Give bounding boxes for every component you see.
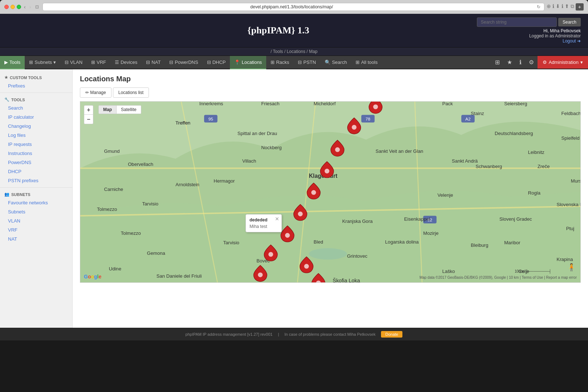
svg-text:Gmund: Gmund [104,148,120,154]
sidebar-item-powerdns[interactable]: PowerDNS [0,158,72,167]
breadcrumb-tools[interactable]: Tools [273,49,283,54]
minimize-light[interactable] [11,5,15,9]
sidebar: ★ CUSTOM TOOLS Prefixes 🔧 TOOLS Search I… [0,69,73,328]
nav-item-dhcp[interactable]: ⊟ DHCP [203,56,230,69]
sidebar-item-vrf[interactable]: VRF [0,225,72,234]
svg-text:Velenje: Velenje [438,192,453,198]
browser-icon-1[interactable]: ⊕ [547,3,551,11]
sidebar-item-favnets[interactable]: Favourite networks [0,198,72,207]
search-button[interactable]: Search [558,18,581,26]
svg-text:Tolmezzo: Tolmezzo [121,230,141,236]
refresh-icon[interactable]: ↻ [537,4,540,9]
new-tab-btn[interactable]: + [576,3,584,11]
map-tooltip: ✕ dededed Miha test [246,214,282,232]
nav-bar: ▶ Tools ⊞ Subnets ▾ ⊟ VLAN ⊞ VRF ☰ Devic… [0,56,588,69]
browser-icon-2[interactable]: ℹ [552,3,554,11]
locations-list-btn[interactable]: Locations list [113,87,149,98]
nav-item-locations[interactable]: 📍 Locations [230,56,266,69]
map-svg: 95 78 A2 82 Obervellach Klagenfurt Tolme… [80,102,580,282]
nav-item-devices[interactable]: ☰ Devices [110,56,142,69]
sidebar-item-ipcalc[interactable]: IP calculator [0,113,72,122]
map-tooltip-close-btn[interactable]: ✕ [275,216,279,222]
vrf-icon: ⊞ [91,60,95,65]
nav-dhcp-label: DHCP [212,60,226,65]
maximize-light[interactable] [17,5,21,9]
sidebar-item-vlan[interactable]: VLAN [0,216,72,225]
settings-btn[interactable]: ⚙ [525,56,538,69]
map-type-satellite-btn[interactable]: Satellite [116,106,141,114]
terms-of-use-link[interactable]: Terms of Use [522,275,543,279]
admin-label: Administration [549,60,579,65]
pegman-icon[interactable]: 🧍 [567,263,576,271]
pstn-icon: ⊟ [298,60,302,65]
star-btn[interactable]: ★ [503,56,516,69]
nav-forward-btn[interactable]: › [29,4,32,10]
sidebar-item-dhcp[interactable]: DHCP [0,167,72,176]
sidebar-item-instructions[interactable]: Instructions [0,149,72,158]
zoom-out-btn[interactable]: − [84,115,93,124]
close-light[interactable] [4,5,9,9]
svg-text:Sankt Andrä: Sankt Andrä [452,158,478,164]
report-problem-link[interactable]: Report a map error [546,275,577,279]
sidebar-item-search[interactable]: Search [0,103,72,113]
header-search: Search [477,17,581,27]
svg-text:Gemona: Gemona [147,250,166,256]
svg-text:Tolmezzo: Tolmezzo [97,207,117,212]
donate-btn[interactable]: Donate [381,331,402,338]
app-container: {phpIPAM} 1.3 Search Hi, Miha Petkovsek … [0,14,588,340]
nav-pstn-label: PSTN [303,60,316,65]
star-sidebar-icon: ★ [4,75,8,80]
nav-item-racks[interactable]: ⊞ Racks [266,56,293,69]
breadcrumb-map: Map [309,49,317,54]
sidebar-item-nat[interactable]: NAT [0,234,72,244]
sidebar-item-changelog[interactable]: Changelog [0,122,72,131]
nav-item-vlan[interactable]: ⊟ VLAN [60,56,87,69]
search-input[interactable] [477,17,557,27]
svg-text:Sankt Veit an der Glan: Sankt Veit an der Glan [376,148,423,154]
svg-text:Bled: Bled [314,239,323,245]
browser-icon-5[interactable]: ⬆ [565,3,569,11]
browser-icon-3[interactable]: ⬇ [556,3,560,11]
svg-text:Kranjska Gora: Kranjska Gora [342,219,373,224]
svg-text:Slovenska Bistrica: Slovenska Bistrica [556,202,580,207]
nav-nat-label: NAT [151,60,161,65]
nav-item-nat[interactable]: ⊟ NAT [142,56,165,69]
svg-text:95: 95 [208,117,214,122]
sidebar-item-ipreq[interactable]: IP requests [0,140,72,149]
nav-item-tools[interactable]: ▶ Tools [0,56,25,69]
sidebar-item-subnets[interactable]: Subnets [0,207,72,216]
info-btn[interactable]: ℹ [516,56,525,69]
svg-text:78: 78 [366,117,371,122]
url-bar[interactable]: devel.phpipam.net/1.3/tools/locations/ma… [42,3,544,11]
svg-point-79 [335,147,340,152]
nav-item-alltools[interactable]: ⊞ All tools [351,56,382,69]
subnet-icon: 👥 [4,192,9,197]
breadcrumb-locations[interactable]: Locations [287,49,305,54]
nav-item-search[interactable]: 🔍 Search [320,56,351,69]
browser-icon-6[interactable]: ⧉ [571,3,574,11]
nav-item-subnets[interactable]: ⊞ Subnets ▾ [25,56,60,69]
sidebar-item-prefixes[interactable]: Prefixes [0,81,72,90]
manage-btn[interactable]: ✏ Manage [80,87,111,98]
panel-btn[interactable]: ⊡ [34,4,40,9]
map-type-map-btn[interactable]: Map [99,106,116,114]
nav-vrf-label: VRF [97,60,106,65]
logout-link[interactable]: Logout [563,38,576,44]
grid-view-btn[interactable]: ⊞ [491,56,503,69]
svg-text:Hermagor: Hermagor [214,178,235,184]
sidebar-item-pstn[interactable]: PSTN prefixes [0,176,72,185]
svg-text:Grintovec: Grintovec [347,253,368,259]
zoom-in-btn[interactable]: + [84,105,93,115]
logged-as: Logged in as Administrator [529,33,581,38]
svg-point-77 [373,105,378,109]
nav-back-btn[interactable]: ‹ [23,4,27,10]
footer-divider: | [278,332,279,336]
nav-item-pstn[interactable]: ⊟ PSTN [293,56,320,69]
nav-item-powerdns[interactable]: ⊟ PowerDNS [165,56,202,69]
nav-item-vrf[interactable]: ⊞ VRF [87,56,110,69]
admin-btn[interactable]: ⚙ Administration ▾ [538,56,588,69]
svg-text:Eisenkappel: Eisenkappel [404,216,430,222]
nat-icon: ⊟ [146,60,150,65]
sidebar-item-logfiles[interactable]: Log files [0,131,72,140]
browser-icon-4[interactable]: ℹ [561,3,563,11]
